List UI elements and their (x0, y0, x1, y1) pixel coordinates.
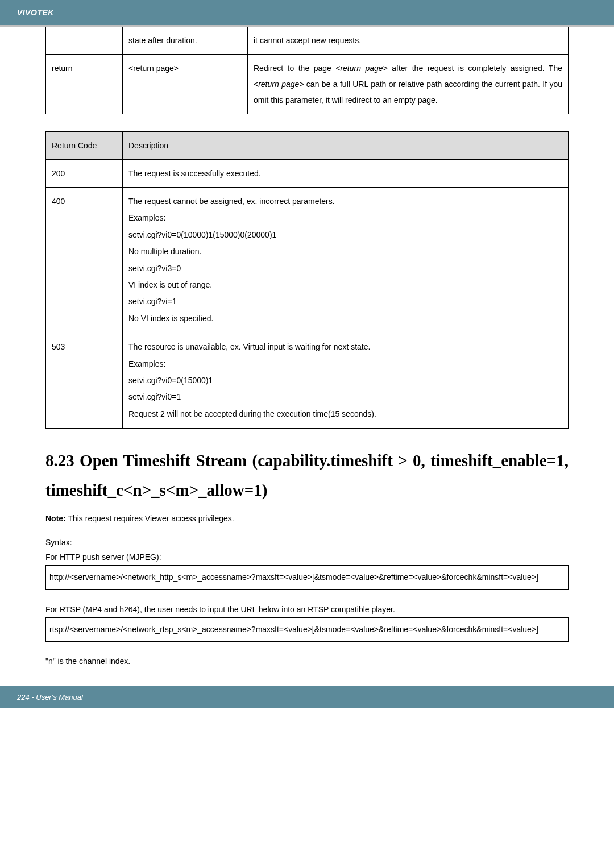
return-code-table: Return Code Description 200 The request … (45, 131, 569, 429)
desc-line: Request 2 will not be accepted during th… (128, 406, 562, 422)
table-row: 200 The request is successfully executed… (46, 160, 569, 188)
param-name-cell (46, 27, 123, 55)
desc-line: setvi.cgi?vi=1 (128, 293, 562, 310)
description-header: Description (123, 132, 569, 160)
desc-text: after the request is completely assigned… (388, 64, 562, 73)
syntax-label: Syntax: (45, 538, 569, 547)
desc-italic: <return page> (335, 64, 388, 73)
note-label: Note: (45, 514, 66, 523)
table-row: 503 The resource is unavailable, ex. Vir… (46, 333, 569, 429)
desc-line: setvi.cgi?vi3=0 (128, 260, 562, 277)
table-row: state after duration. it cannot accept n… (46, 27, 569, 55)
param-desc-cell: Redirect to the page <return page> after… (248, 55, 569, 114)
desc-line: No multiple duration. (128, 243, 562, 260)
table-row: return <return page> Redirect to the pag… (46, 55, 569, 114)
footer-text: 224 - User's Manual (17, 693, 83, 701)
http-syntax-box: http://<servername>/<network_http_s<m>_a… (45, 565, 569, 589)
page-content: state after duration. it cannot accept n… (0, 27, 614, 666)
desc-line: setvi.cgi?vi0=1 (128, 389, 562, 405)
http-syntax-label: For HTTP push server (MJPEG): (45, 553, 569, 562)
desc-line: setvi.cgi?vi0=0(15000)1 (128, 372, 562, 389)
table-header-row: Return Code Description (46, 132, 569, 160)
desc-italic: <return page> (254, 80, 304, 89)
param-desc-cell: it cannot accept new requests. (248, 27, 569, 55)
desc-line: Examples: (128, 210, 562, 226)
note-line: Note: This request requires Viewer acces… (45, 514, 569, 523)
desc-line: No VI index is specified. (128, 310, 562, 327)
rtsp-syntax-box: rtsp://<servername>/<network_rtsp_s<m>_a… (45, 617, 569, 642)
desc-text: Redirect to the page (254, 64, 335, 73)
note-text: This request requires Viewer access priv… (66, 514, 234, 523)
param-value-cell: state after duration. (123, 27, 248, 55)
param-value-cell: <return page> (123, 55, 248, 114)
rtsp-syntax-label: For RTSP (MP4 and h264), the user needs … (45, 605, 569, 614)
section-heading: 8.23 Open Timeshift Stream (capability.t… (45, 446, 569, 505)
description-cell: The request cannot be assigned, ex. inco… (123, 188, 569, 333)
return-code-header: Return Code (46, 132, 123, 160)
description-cell: The resource is unavailable, ex. Virtual… (123, 333, 569, 429)
desc-line: The resource is unavailable, ex. Virtual… (128, 339, 562, 355)
brand-header: VIVOTEK (0, 0, 614, 25)
return-code-cell: 400 (46, 188, 123, 333)
desc-line: VI index is out of range. (128, 277, 562, 293)
channel-index-note: "n" is the channel index. (45, 657, 569, 666)
desc-line: The request cannot be assigned, ex. inco… (128, 193, 562, 210)
desc-line: setvi.cgi?vi0=0(10000)1(15000)0(20000)1 (128, 227, 562, 243)
description-cell: The request is successfully executed. (123, 160, 569, 188)
page-footer: 224 - User's Manual (0, 686, 614, 708)
desc-line: Examples: (128, 356, 562, 372)
parameters-table: state after duration. it cannot accept n… (45, 27, 569, 114)
param-name-cell: return (46, 55, 123, 114)
return-code-cell: 200 (46, 160, 123, 188)
brand-text: VIVOTEK (17, 8, 54, 17)
return-code-cell: 503 (46, 333, 123, 429)
table-row: 400 The request cannot be assigned, ex. … (46, 188, 569, 333)
